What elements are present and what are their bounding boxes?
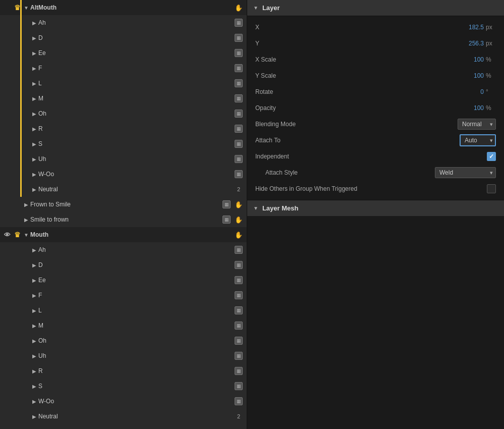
list-item[interactable]: ▶ Oh ▦ (0, 106, 247, 121)
item-mouth-ee: Ee (38, 277, 233, 284)
attach-to-dropdown-wrapper: Auto None Parent (460, 134, 496, 146)
chevron-ah[interactable]: ▶ (30, 20, 38, 26)
prop-hide-others-area (487, 184, 496, 193)
item-m: M (38, 95, 233, 102)
mesh-icon-mouth-ah: ▦ (233, 246, 245, 254)
mesh-icon-d: ▦ (233, 34, 245, 42)
attach-style-dropdown[interactable]: Weld Rigid Angle Conforms (435, 167, 496, 178)
prop-hide-others-row: Hide Others in Group When Triggered (247, 181, 504, 197)
prop-y-unit: px (486, 40, 496, 47)
group-frown-smile[interactable]: ▶ Frown to Smile ▦ ✋ (0, 197, 247, 212)
prop-attach-style-label: Attach Style (255, 169, 346, 176)
crown-icon-mouth: ♛ (12, 231, 22, 239)
list-item[interactable]: ▶ S ▦ (0, 136, 247, 151)
blending-mode-dropdown[interactable]: Normal Multiply Screen Overlay (458, 119, 496, 130)
item-r: R (38, 125, 233, 132)
list-item[interactable]: ▶ R ▦ (0, 121, 247, 136)
list-item[interactable]: ▶ Ee ▦ (0, 45, 247, 61)
mesh-icon-ah: ▦ (233, 19, 245, 27)
list-item[interactable]: ▶ W-Oo ▦ (0, 394, 247, 409)
item-frown-smile: Frown to Smile (30, 201, 220, 208)
independent-checkbox[interactable]: ✓ (487, 152, 496, 161)
prop-opacity-value[interactable]: 100 (346, 104, 484, 112)
list-item[interactable]: ▶ F ▦ (0, 61, 247, 76)
group-smile-frown[interactable]: ▶ Smile to frown ▦ ✋ (0, 212, 247, 227)
prop-yscale-value[interactable]: 100 (346, 72, 484, 79)
prop-rotate-row: Rotate 0 ° (247, 84, 504, 100)
mesh-icon-frown-smile: ▦ (220, 200, 233, 208)
hand-icon-altmouth: ✋ (233, 4, 245, 12)
list-item[interactable]: ▶ Uh ▦ (0, 151, 247, 167)
prop-x-unit: px (486, 24, 496, 31)
yellow-bar (20, 136, 22, 151)
list-item[interactable]: ▶ Ee ▦ (0, 273, 247, 288)
prop-hide-others-label: Hide Others in Group When Triggered (255, 185, 487, 192)
mesh-icon-ee: ▦ (233, 49, 245, 57)
list-item[interactable]: ▶ W-Oo ▦ (0, 167, 247, 182)
item-mouth-s: S (38, 383, 233, 390)
badge-mouth-neutral: 2 (233, 413, 245, 419)
prop-rotate-value[interactable]: 0 (346, 88, 484, 95)
item-ah: Ah (38, 19, 233, 26)
prop-attach-style-row: Attach Style Weld Rigid Angle Conforms (247, 165, 504, 181)
yellow-bar (20, 182, 22, 197)
mesh-icon-f: ▦ (233, 64, 245, 72)
group-altmouth[interactable]: ♛ ▼ AltMouth ✋ (0, 0, 247, 15)
list-item[interactable]: ▶ D ▦ (0, 30, 247, 45)
list-item[interactable]: ▶ S ▦ (0, 379, 247, 394)
prop-opacity-row: Opacity 100 % (247, 100, 504, 116)
mesh-icon-mouth-ee: ▦ (233, 276, 245, 284)
list-item[interactable]: ▶ Neutral 2 (0, 182, 247, 197)
prop-opacity-unit: % (486, 104, 496, 112)
group-mouth[interactable]: 👁 ♛ ▼ Mouth ✋ (0, 227, 247, 242)
prop-blending-label: Blending Mode (255, 121, 346, 128)
list-item[interactable]: ▶ M ▦ (0, 91, 247, 106)
mesh-icon-woo: ▦ (233, 170, 245, 178)
list-item[interactable]: ▶ Ah ▦ (0, 242, 247, 257)
mesh-icon-mouth-m: ▦ (233, 321, 245, 330)
mesh-icon-mouth-d: ▦ (233, 261, 245, 269)
hand-icon-frown: ✋ (233, 201, 245, 208)
item-s: S (38, 140, 233, 147)
hide-others-checkbox[interactable] (487, 184, 496, 193)
prop-rotate-unit: ° (486, 88, 496, 95)
list-item[interactable]: ▶ Neutral 2 (0, 409, 247, 424)
section-layer-chevron: ▼ (253, 5, 258, 11)
list-item[interactable]: ▶ L ▦ (0, 303, 247, 318)
yellow-bar (20, 151, 22, 167)
item-ee: Ee (38, 49, 233, 57)
item-mouth-woo: W-Oo (38, 398, 233, 405)
prop-opacity-label: Opacity (255, 104, 346, 112)
chevron-altmouth[interactable]: ▼ (22, 5, 30, 11)
item-f: F (38, 65, 233, 72)
prop-yscale-unit: % (486, 72, 496, 79)
item-mouth-ah: Ah (38, 246, 233, 253)
attach-to-dropdown[interactable]: Auto None Parent (460, 134, 496, 146)
list-item[interactable]: ▶ F ▦ (0, 288, 247, 303)
list-item[interactable]: ▶ R ▦ (0, 363, 247, 379)
blending-mode-dropdown-wrapper: Normal Multiply Screen Overlay (458, 119, 496, 130)
list-item[interactable]: ▶ Uh ▦ (0, 348, 247, 363)
list-item[interactable]: ▶ Oh ▦ (0, 333, 247, 348)
section-layer-header[interactable]: ▼ Layer (247, 0, 504, 16)
mesh-icon-oh: ▦ (233, 110, 245, 118)
list-item[interactable]: ▶ M ▦ (0, 318, 247, 333)
item-mouth-oh: Oh (38, 337, 233, 344)
chevron-mouth[interactable]: ▼ (22, 232, 30, 238)
mesh-icon-mouth-l: ▦ (233, 306, 245, 314)
item-mouth-d: D (38, 261, 233, 269)
list-item[interactable]: ▶ D ▦ (0, 257, 247, 273)
list-item[interactable]: ▶ Ah ▦ (0, 15, 247, 30)
prop-xscale-value[interactable]: 100 (346, 56, 484, 63)
attach-style-dropdown-wrapper: Weld Rigid Angle Conforms (435, 167, 496, 178)
yellow-bar (20, 106, 22, 121)
prop-x-label: X (255, 24, 346, 31)
list-item[interactable]: ▶ L ▦ (0, 76, 247, 91)
prop-y-value[interactable]: 256.3 (346, 40, 484, 47)
section-layer-mesh-header[interactable]: ▼ Layer Mesh (247, 200, 504, 216)
prop-x-value[interactable]: 182.5 (346, 24, 484, 31)
item-mouth-r: R (38, 367, 233, 374)
mesh-icon-mouth-oh: ▦ (233, 337, 245, 345)
item-mouth-f: F (38, 292, 233, 299)
item-neutral-1: Neutral (38, 186, 233, 193)
